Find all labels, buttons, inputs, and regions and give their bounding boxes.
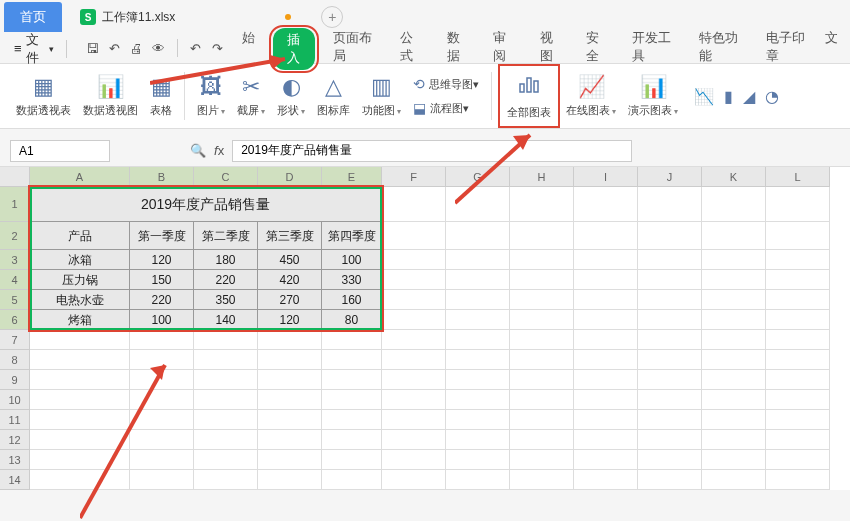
row-header-12[interactable]: 12	[0, 430, 30, 450]
cell[interactable]	[766, 450, 830, 470]
cell[interactable]	[382, 310, 446, 330]
cell[interactable]	[446, 390, 510, 410]
col-header-K[interactable]: K	[702, 167, 766, 187]
print-icon[interactable]: 🖨	[127, 39, 147, 59]
file-menu[interactable]: ≡ 文件 ▾	[8, 31, 60, 67]
cell[interactable]	[30, 370, 130, 390]
cell[interactable]	[258, 370, 322, 390]
cell[interactable]	[258, 450, 322, 470]
home-tab[interactable]: 首页	[4, 2, 62, 32]
col-header-A[interactable]: A	[30, 167, 130, 187]
undo-icon[interactable]: ↶	[105, 39, 125, 59]
cell[interactable]	[322, 350, 382, 370]
cell[interactable]	[510, 390, 574, 410]
cell[interactable]	[446, 430, 510, 450]
cell[interactable]	[382, 430, 446, 450]
col-header-L[interactable]: L	[766, 167, 830, 187]
shape-button[interactable]: ◐ 形状▾	[271, 67, 311, 125]
cell-title[interactable]: 2019年度产品销售量	[30, 187, 382, 222]
spreadsheet-grid[interactable]: A B C D E F G H I J K L 1 2019年度产品销售量 2 …	[0, 167, 850, 490]
cell[interactable]	[382, 187, 446, 222]
tab-features[interactable]: 特色功能	[687, 25, 752, 73]
col-header-H[interactable]: H	[510, 167, 574, 187]
cell[interactable]	[322, 330, 382, 350]
picture-button[interactable]: 🖼 图片▾	[191, 67, 231, 125]
cell[interactable]	[574, 187, 638, 222]
cell[interactable]	[638, 410, 702, 430]
tab-dev-tools[interactable]: 开发工具	[620, 25, 685, 73]
cell[interactable]	[30, 330, 130, 350]
cell[interactable]: 140	[194, 310, 258, 330]
col-header-D[interactable]: D	[258, 167, 322, 187]
cell[interactable]	[702, 370, 766, 390]
row-header-1[interactable]: 1	[0, 187, 30, 222]
preview-icon[interactable]: 👁	[149, 39, 169, 59]
tab-insert[interactable]: 插入	[273, 28, 315, 70]
col-header-I[interactable]: I	[574, 167, 638, 187]
cell[interactable]	[382, 470, 446, 490]
cell[interactable]	[574, 450, 638, 470]
cell[interactable]	[702, 470, 766, 490]
cell[interactable]	[638, 310, 702, 330]
cell[interactable]	[382, 410, 446, 430]
cell[interactable]: 330	[322, 270, 382, 290]
row-header-7[interactable]: 7	[0, 330, 30, 350]
cell[interactable]	[510, 410, 574, 430]
cell[interactable]	[30, 450, 130, 470]
cell[interactable]	[130, 390, 194, 410]
cell[interactable]	[446, 370, 510, 390]
select-all-corner[interactable]	[0, 167, 30, 187]
cell[interactable]	[194, 430, 258, 450]
row-header-9[interactable]: 9	[0, 370, 30, 390]
cell[interactable]	[446, 310, 510, 330]
cell[interactable]	[638, 350, 702, 370]
row-header-13[interactable]: 13	[0, 450, 30, 470]
cell[interactable]: 烤箱	[30, 310, 130, 330]
cell[interactable]	[382, 330, 446, 350]
cell[interactable]: 420	[258, 270, 322, 290]
cell-header-q2[interactable]: 第二季度	[194, 222, 258, 250]
cell[interactable]	[638, 270, 702, 290]
cell[interactable]: 150	[130, 270, 194, 290]
cell[interactable]	[766, 187, 830, 222]
cell[interactable]	[30, 470, 130, 490]
cell[interactable]	[510, 187, 574, 222]
cell[interactable]	[446, 250, 510, 270]
cell[interactable]	[766, 250, 830, 270]
search-icon[interactable]: 🔍	[190, 143, 206, 158]
cell[interactable]	[322, 370, 382, 390]
row-header-3[interactable]: 3	[0, 250, 30, 270]
cell[interactable]	[638, 390, 702, 410]
cell[interactable]	[510, 450, 574, 470]
cell[interactable]	[702, 222, 766, 250]
cell[interactable]	[446, 290, 510, 310]
cell[interactable]	[322, 470, 382, 490]
cell[interactable]	[194, 470, 258, 490]
cell[interactable]	[702, 330, 766, 350]
tab-data[interactable]: 数据	[435, 25, 479, 73]
cell[interactable]	[510, 310, 574, 330]
cell[interactable]	[322, 430, 382, 450]
cell[interactable]	[766, 222, 830, 250]
cell[interactable]	[130, 330, 194, 350]
cell[interactable]	[574, 410, 638, 430]
all-charts-button[interactable]: 全部图表	[501, 67, 557, 125]
cell[interactable]	[702, 250, 766, 270]
cell[interactable]	[258, 390, 322, 410]
cell[interactable]	[702, 450, 766, 470]
cell[interactable]	[258, 350, 322, 370]
cell[interactable]	[194, 450, 258, 470]
tab-security[interactable]: 安全	[574, 25, 618, 73]
cell-header-product[interactable]: 产品	[30, 222, 130, 250]
cell[interactable]	[702, 270, 766, 290]
cell[interactable]	[574, 222, 638, 250]
cell[interactable]	[258, 410, 322, 430]
formula-input[interactable]	[232, 140, 632, 162]
cell[interactable]: 350	[194, 290, 258, 310]
cell[interactable]	[130, 350, 194, 370]
cell[interactable]	[574, 250, 638, 270]
row-header-10[interactable]: 10	[0, 390, 30, 410]
cell[interactable]	[766, 370, 830, 390]
cell[interactable]	[510, 250, 574, 270]
cell[interactable]: 120	[130, 250, 194, 270]
